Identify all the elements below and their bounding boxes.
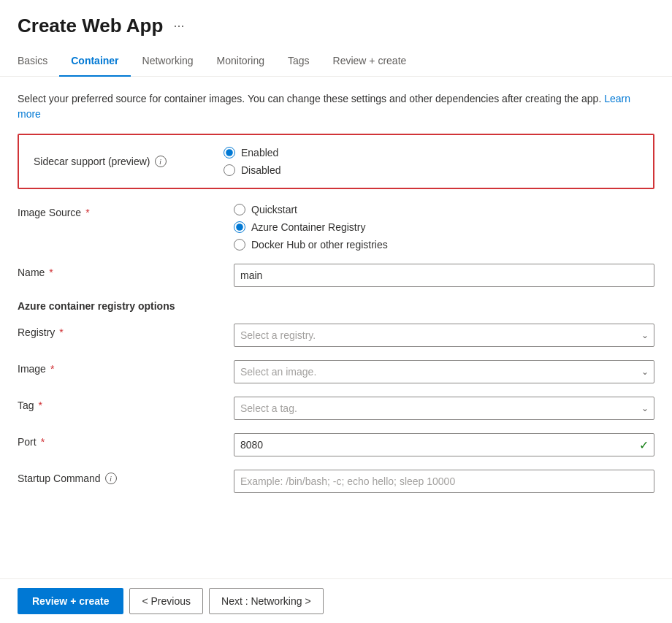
registry-section-heading: Azure container registry options [18,300,654,312]
quickstart-radio[interactable] [234,204,245,215]
image-select[interactable]: Select an image. [234,360,654,383]
startup-command-row: Startup Command i [18,470,654,493]
image-source-row: Image Source * Quickstart Azure Containe… [18,204,654,251]
tab-container[interactable]: Container [59,49,130,77]
sidecar-radio-group: Enabled Disabled [224,147,280,176]
sidecar-disabled-label: Disabled [241,164,280,176]
image-select-wrapper: Select an image. ⌄ [234,360,654,383]
port-required: * [41,436,45,448]
tag-required: * [39,400,42,411]
page-title: Create Web App [18,15,163,37]
docker-radio[interactable] [234,239,245,251]
next-networking-button[interactable]: Next : Networking > [209,588,324,614]
image-source-required: * [85,207,89,218]
port-control: ✓ [234,433,654,456]
tag-label: Tag * [18,397,222,411]
description-text: Select your preferred source for contain… [18,91,654,122]
name-required: * [49,267,53,278]
image-required: * [50,363,54,375]
registry-control: Select a registry. ⌄ [234,324,654,347]
tag-control: Select a tag. ⌄ [234,397,654,420]
tag-select-wrapper: Select a tag. ⌄ [234,397,654,420]
sidecar-support-section: Sidecar support (preview) i Enabled Disa… [18,134,654,189]
image-source-quickstart[interactable]: Quickstart [234,204,654,215]
tab-networking[interactable]: Networking [131,49,205,77]
registry-label: Registry * [18,324,222,338]
registry-select[interactable]: Select a registry. [234,324,654,347]
startup-command-label: Startup Command i [18,470,222,484]
registry-required: * [59,326,63,338]
name-label: Name * [18,264,222,278]
review-create-button[interactable]: Review + create [18,588,123,614]
tag-select[interactable]: Select a tag. [234,397,654,420]
page-header: Create Web App ··· [0,0,672,37]
quickstart-label: Quickstart [251,204,297,215]
tag-row: Tag * Select a tag. ⌄ [18,397,654,420]
tabs-nav: Basics Container Networking Monitoring T… [0,37,672,77]
image-control: Select an image. ⌄ [234,360,654,383]
port-row: Port * ✓ [18,433,654,456]
image-label: Image * [18,360,222,375]
image-source-docker[interactable]: Docker Hub or other registries [234,239,654,251]
previous-button[interactable]: < Previous [129,588,203,614]
acr-radio[interactable] [234,221,245,233]
image-source-acr[interactable]: Azure Container Registry [234,221,654,233]
startup-command-info-icon[interactable]: i [105,473,117,484]
sidecar-enabled-label: Enabled [241,147,278,158]
tab-tags[interactable]: Tags [276,49,321,77]
name-input[interactable] [234,264,654,287]
tab-monitoring[interactable]: Monitoring [205,49,276,77]
tab-review-create[interactable]: Review + create [321,49,419,77]
docker-label: Docker Hub or other registries [251,239,388,251]
image-source-label: Image Source * [18,204,222,218]
sidecar-enabled-radio[interactable] [224,147,235,158]
tab-basics[interactable]: Basics [18,49,59,77]
registry-row: Registry * Select a registry. ⌄ [18,324,654,347]
registry-select-wrapper: Select a registry. ⌄ [234,324,654,347]
startup-command-input[interactable] [234,470,654,493]
sidecar-info-icon[interactable]: i [155,156,167,167]
ellipsis-menu-button[interactable]: ··· [169,17,188,35]
image-source-control: Quickstart Azure Container Registry Dock… [234,204,654,251]
name-row: Name * [18,264,654,287]
sidecar-label: Sidecar support (preview) i [34,156,224,167]
image-source-radio-group: Quickstart Azure Container Registry Dock… [234,204,654,251]
startup-command-control [234,470,654,493]
content-area: Select your preferred source for contain… [0,77,672,557]
sidecar-disabled-radio[interactable] [224,164,235,176]
port-input-wrapper: ✓ [234,433,654,456]
image-row: Image * Select an image. ⌄ [18,360,654,383]
port-label: Port * [18,433,222,448]
port-input[interactable] [234,433,654,456]
sidecar-disabled-option[interactable]: Disabled [224,164,280,176]
name-control [234,264,654,287]
footer: Review + create < Previous Next : Networ… [0,578,672,623]
sidecar-enabled-option[interactable]: Enabled [224,147,280,158]
acr-label: Azure Container Registry [251,221,365,233]
